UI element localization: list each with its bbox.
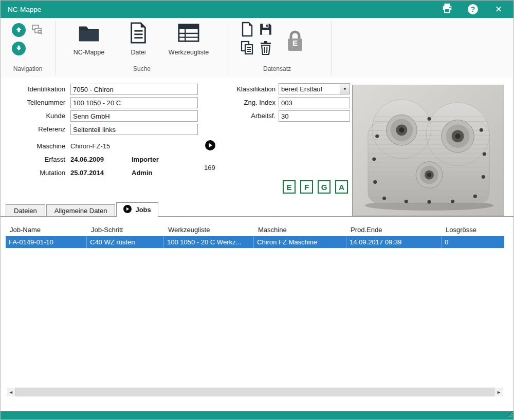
tab-label: Allgemeine Daten (54, 207, 107, 215)
toolbar-separator (332, 21, 332, 74)
print-button[interactable] (442, 4, 453, 15)
tab-allgemeine-daten[interactable]: Allgemeine Daten (46, 204, 116, 216)
field-label-klassifikation: Klassifikation (211, 85, 276, 93)
record-counter: 169 (204, 164, 215, 171)
group-caption-navigation: Navigation (1, 65, 55, 72)
field-label-kunde: Kunde (1, 112, 65, 120)
field-label-mutation: Mutation (1, 169, 65, 177)
tab-jobs[interactable]: Jobs (116, 202, 158, 217)
arbeitsf-input[interactable] (279, 110, 350, 122)
letter-button-g[interactable]: G (318, 180, 331, 194)
cell-job-schritt: C40 WZ rüsten (87, 236, 164, 248)
nav-down-button[interactable] (12, 42, 26, 55)
resize-grip[interactable] (505, 410, 513, 419)
field-label-erfasst: Erfasst (1, 156, 65, 163)
scroll-left-button[interactable]: ◄ (7, 388, 15, 396)
part-photo (352, 85, 504, 216)
trash-icon (260, 41, 272, 57)
tab-dateien[interactable]: Dateien (6, 204, 45, 216)
table-row[interactable]: FA-0149-01-10 C40 WZ rüsten 100 1050 - 2… (6, 236, 504, 248)
klassifikation-select[interactable]: bereit Erstlauf ▼ (279, 83, 350, 94)
titlebar: NC-Mappe ? × (1, 1, 513, 18)
help-button[interactable]: ? (467, 4, 479, 15)
cell-maschine: Chiron FZ Maschine (254, 236, 346, 248)
copy-icon (241, 41, 254, 57)
close-button[interactable]: × (493, 4, 504, 15)
teilenummer-input[interactable] (70, 97, 198, 108)
chevron-down-icon[interactable]: ▼ (340, 84, 350, 94)
column-header[interactable]: Maschine (254, 223, 346, 236)
group-caption-suche: Suche (57, 65, 227, 72)
column-header[interactable]: Losgrösse (442, 223, 504, 236)
field-label-zng-index: Zng. Index (211, 99, 276, 106)
horizontal-scrollbar[interactable]: ◄ ► (7, 388, 503, 396)
nav-up-button[interactable] (12, 23, 26, 37)
cell-prod-ende: 14.09.2017 09:39 (346, 236, 442, 248)
column-header[interactable]: Prod.Ende (346, 223, 442, 236)
copy-record-button[interactable] (240, 41, 254, 57)
help-icon: ? (468, 4, 478, 14)
floppy-save-icon (259, 23, 272, 38)
play-icon (123, 205, 132, 215)
printer-icon (442, 3, 453, 16)
mutation-user: Admin (132, 169, 152, 177)
klassifikation-value: bereit Erstlauf (279, 85, 340, 93)
tab-label: Dateien (14, 207, 37, 215)
toolbar-item-datei[interactable]: Datei (120, 22, 157, 56)
cell-losgroesse: 0 (442, 236, 504, 248)
cell-werkzeugliste: 100 1050 - 20 C Werkz... (164, 236, 254, 248)
jobs-panel: Job-Name Job-Schritt Werkzeugliste Masch… (1, 217, 513, 411)
table-header: Job-Name Job-Schritt Werkzeugliste Masch… (6, 223, 504, 236)
toolbar-separator (56, 21, 56, 74)
save-record-button[interactable] (259, 22, 273, 39)
letter-button-a[interactable]: A (335, 180, 348, 194)
app-window: NC-Mappe ? × (0, 0, 514, 420)
erfasst-date: 24.06.2009 (70, 156, 104, 163)
referenz-input[interactable] (70, 124, 198, 135)
erfasst-user: Importer (132, 156, 159, 163)
group-caption-datensatz: Datensatz (231, 65, 323, 72)
toolbar-item-label: Werkzeugliste (169, 49, 209, 56)
toolbar: Navigation NC-Mappe (1, 18, 513, 78)
arrow-up-icon (15, 26, 22, 35)
tab-label: Jobs (135, 206, 151, 214)
identifikation-input[interactable] (70, 84, 198, 95)
kunde-input[interactable] (70, 110, 198, 122)
maschine-value: Chiron-FZ-15 (70, 142, 110, 150)
column-header[interactable]: Job-Name (6, 223, 87, 236)
play-icon (205, 143, 215, 152)
arrow-down-icon (15, 44, 22, 53)
scrollbar-thumb[interactable] (15, 388, 494, 396)
letter-button-e[interactable]: E (283, 180, 296, 194)
field-label-teilenummer: Teilenummer (1, 99, 65, 106)
new-document-icon (241, 22, 253, 39)
toolbar-separator (228, 21, 228, 74)
column-header[interactable]: Werkzeugliste (164, 223, 254, 236)
toolbar-item-label: Datei (131, 49, 145, 56)
lock-record-button[interactable]: E (284, 28, 306, 53)
machined-part-image (353, 85, 504, 216)
field-label-referenz: Referenz (1, 125, 65, 133)
scroll-right-button[interactable]: ► (494, 388, 503, 396)
zng-index-input[interactable] (279, 97, 350, 108)
run-machine-button[interactable] (205, 140, 215, 150)
lock-letter: E (284, 39, 306, 47)
column-header[interactable]: Job-Schritt (87, 223, 164, 236)
window-title: NC-Mappe (8, 6, 41, 13)
close-icon: × (495, 4, 502, 15)
toolbar-item-nc-mappe[interactable]: NC-Mappe (64, 22, 114, 56)
table-list-icon (178, 22, 199, 46)
new-record-button[interactable] (240, 22, 254, 39)
mutation-date: 25.07.2014 (70, 169, 104, 177)
field-label-maschine: Maschine (1, 142, 65, 150)
toolbar-item-werkzeugliste[interactable]: Werkzeugliste (163, 22, 214, 56)
document-icon (129, 22, 148, 46)
folder-icon (77, 22, 101, 46)
field-label-identifikation: Identifikation (1, 85, 65, 93)
toolbar-item-label: NC-Mappe (74, 49, 104, 56)
delete-record-button[interactable] (259, 41, 273, 57)
field-label-arbeitsf: Arbeitsf. (211, 112, 276, 120)
preview-window-button[interactable] (30, 24, 44, 37)
preview-windows-icon (31, 24, 43, 38)
letter-button-f[interactable]: F (300, 180, 313, 194)
